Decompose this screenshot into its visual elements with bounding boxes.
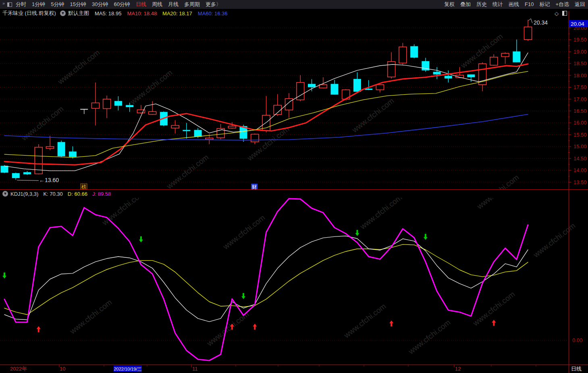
candle-body-down xyxy=(330,84,338,95)
watermark-text: www.cfchi.com xyxy=(56,48,102,86)
time-axis-label: 11 xyxy=(192,366,198,372)
price-axis-label: 16.50 xyxy=(573,108,587,114)
chevron-down-icon[interactable]: ▼ xyxy=(2,191,8,197)
candle-body-down xyxy=(58,142,65,156)
signal-arrow-up xyxy=(37,326,41,332)
last-price-badge: 20.04 xyxy=(569,20,588,27)
kdj-values: K: 70.30D: 60.66J: 89.58 xyxy=(38,191,111,197)
watermark-text: www.cfchi.com xyxy=(342,302,388,340)
signal-arrow-up xyxy=(253,323,257,329)
candle-body-up xyxy=(399,47,407,63)
candle-body-down xyxy=(114,101,122,106)
watermark-text: www.cfchi.com xyxy=(532,221,577,259)
watermark-text: www.cfchi.com xyxy=(68,298,114,336)
price-axis-label: 15.00 xyxy=(573,143,587,149)
kdj-zero-label: 0.00 xyxy=(572,337,582,343)
kdj-d-line xyxy=(4,245,528,315)
candle-body-down xyxy=(308,84,316,87)
time-axis-label: 10 xyxy=(60,366,65,372)
signal-arrow-down xyxy=(139,236,143,242)
candle-body-up xyxy=(103,99,111,109)
price-grid: 20.0019.5019.0018.5018.0017.5017.0016.50… xyxy=(0,25,587,185)
candle-body-up xyxy=(251,134,259,142)
candle-body-up xyxy=(524,27,532,39)
candle-body-up xyxy=(490,57,498,65)
price-axis-label: 18.00 xyxy=(573,73,587,79)
candle-body-up xyxy=(46,147,54,149)
signal-arrow-up xyxy=(492,320,496,326)
candle-body-down xyxy=(410,46,418,58)
signal-arrow-down xyxy=(241,293,245,299)
event-marker: 财 xyxy=(251,184,258,190)
price-axis-label: 15.50 xyxy=(573,132,587,138)
period-panel-label: 日线 xyxy=(571,366,582,372)
candle-body-down xyxy=(12,173,20,178)
candle-body-up xyxy=(388,62,395,77)
kdj-k-line xyxy=(4,236,528,322)
watermark-text: www.cfchi.com xyxy=(358,193,404,231)
kdj-value-label: J: 89.58 xyxy=(92,191,111,197)
event-marker-text: 财 xyxy=(252,184,257,190)
candle-body-down xyxy=(445,76,452,78)
annotations: ←13.6020.34 xyxy=(17,19,548,183)
event-marker: 榜 xyxy=(81,184,87,190)
price-axis-label: 16.00 xyxy=(573,120,587,126)
candle-body-down xyxy=(69,151,77,157)
signal-arrow-up xyxy=(389,320,393,326)
kdj-header: ▼ KDJ1(9,3,3) K: 70.30D: 60.66J: 89.58 xyxy=(0,190,566,198)
candle-body-up xyxy=(171,125,179,128)
candle-body-down xyxy=(194,130,202,137)
candle-body-down xyxy=(126,105,133,107)
time-axis-label: 12 xyxy=(455,366,461,372)
price-axis-label: 17.00 xyxy=(573,96,587,102)
price-axis-label: 13.50 xyxy=(573,179,587,185)
trading-app-window: » 分时1分钟5分钟15分钟30分钟60分钟日线周线月线多周期更多〉 复权叠加历… xyxy=(0,0,588,373)
last-price-text: 20.04 xyxy=(571,21,584,27)
signal-arrow-down xyxy=(355,230,359,236)
time-axis-label-selected: 2022/10/19/三 xyxy=(114,367,141,371)
candle-body-down xyxy=(513,52,520,62)
candle-body-down xyxy=(467,75,475,77)
high-leader-line xyxy=(528,19,532,23)
candle-body-up xyxy=(228,126,236,128)
candle-body-up xyxy=(319,85,327,88)
candles-layer xyxy=(1,20,532,180)
candle-body-up xyxy=(91,103,99,108)
candle-body-up xyxy=(149,112,156,114)
price-axis-label: 19.00 xyxy=(573,49,587,55)
low-annotation: ←13.60 xyxy=(39,177,59,183)
signal-arrow-down xyxy=(424,234,428,240)
candle-body-down xyxy=(433,72,441,74)
price-axis-label: 14.00 xyxy=(573,167,587,173)
kdj-lines xyxy=(4,199,528,361)
time-axis-label: 2022年 xyxy=(10,366,27,372)
price-axis-label: 19.50 xyxy=(573,37,587,43)
kdj-title[interactable]: KDJ1(9,3,3) xyxy=(10,191,38,197)
kdj-value-label: K: 70.30 xyxy=(43,191,62,197)
watermark-text: www.cfchi.com xyxy=(221,213,267,251)
candle-body-down xyxy=(183,130,190,131)
chart-canvas[interactable]: www.cfchi.comwww.cfchi.comwww.cfchi.comw… xyxy=(0,0,588,373)
event-marker-text: 榜 xyxy=(81,184,86,190)
high-annotation: 20.34 xyxy=(534,19,548,26)
candle-body-down xyxy=(23,172,31,174)
watermark-text: www.cfchi.com xyxy=(350,96,396,135)
kdj-j-line xyxy=(4,199,528,361)
candle-body-down xyxy=(1,166,8,173)
signal-arrow-down xyxy=(2,272,6,278)
price-axis-label: 17.50 xyxy=(573,84,587,90)
price-axis-label: 18.50 xyxy=(573,60,587,66)
candle-body-up xyxy=(376,85,384,90)
candle-body-up xyxy=(206,138,213,140)
watermark-text: www.cfchi.com xyxy=(407,318,452,356)
candle-body-up xyxy=(501,53,509,56)
low-leader-line xyxy=(17,180,39,180)
price-axis-label: 14.50 xyxy=(573,155,587,162)
candle-body-down xyxy=(353,79,361,92)
kdj-value-label: D: 60.66 xyxy=(68,191,87,197)
time-axis: 2022年102022/10/19/三1112日线 xyxy=(0,365,588,372)
